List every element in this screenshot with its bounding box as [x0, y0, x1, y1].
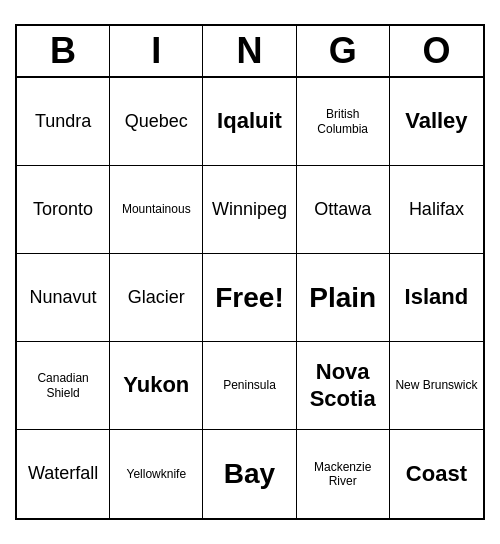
bingo-cell: Quebec: [110, 78, 203, 166]
bingo-cell: British Columbia: [297, 78, 390, 166]
bingo-header: BINGO: [17, 26, 483, 78]
header-letter: I: [110, 26, 203, 76]
header-letter: G: [297, 26, 390, 76]
bingo-cell: Peninsula: [203, 342, 296, 430]
cell-label: Coast: [406, 461, 467, 487]
cell-label: Bay: [224, 457, 275, 491]
bingo-cell: Yukon: [110, 342, 203, 430]
bingo-cell: Toronto: [17, 166, 110, 254]
cell-label: New Brunswick: [395, 378, 477, 392]
bingo-cell: Island: [390, 254, 483, 342]
bingo-cell: Yellowknife: [110, 430, 203, 518]
bingo-cell: Winnipeg: [203, 166, 296, 254]
bingo-cell: Iqaluit: [203, 78, 296, 166]
cell-label: Iqaluit: [217, 108, 282, 134]
bingo-cell: Canadian Shield: [17, 342, 110, 430]
header-letter: B: [17, 26, 110, 76]
cell-label: Halifax: [409, 199, 464, 221]
bingo-cell: Mountainous: [110, 166, 203, 254]
cell-label: Free!: [215, 281, 283, 315]
bingo-cell: Halifax: [390, 166, 483, 254]
bingo-cell: Nova Scotia: [297, 342, 390, 430]
bingo-cell: Tundra: [17, 78, 110, 166]
cell-label: Waterfall: [28, 463, 98, 485]
bingo-card: BINGO TundraQuebecIqaluitBritish Columbi…: [15, 24, 485, 520]
cell-label: Canadian Shield: [21, 371, 105, 400]
cell-label: Yellowknife: [126, 467, 186, 481]
cell-label: Island: [405, 284, 469, 310]
cell-label: Ottawa: [314, 199, 371, 221]
bingo-cell: Ottawa: [297, 166, 390, 254]
bingo-cell: Valley: [390, 78, 483, 166]
bingo-cell: Nunavut: [17, 254, 110, 342]
bingo-cell: Coast: [390, 430, 483, 518]
bingo-cell: Plain: [297, 254, 390, 342]
cell-label: Quebec: [125, 111, 188, 133]
cell-label: Tundra: [35, 111, 91, 133]
cell-label: Toronto: [33, 199, 93, 221]
bingo-grid: TundraQuebecIqaluitBritish ColumbiaValle…: [17, 78, 483, 518]
cell-label: Nunavut: [30, 287, 97, 309]
bingo-cell: Free!: [203, 254, 296, 342]
cell-label: Plain: [309, 281, 376, 315]
cell-label: Peninsula: [223, 378, 276, 392]
cell-label: British Columbia: [301, 107, 385, 136]
bingo-cell: New Brunswick: [390, 342, 483, 430]
header-letter: O: [390, 26, 483, 76]
bingo-cell: Mackenzie River: [297, 430, 390, 518]
cell-label: Yukon: [123, 372, 189, 398]
cell-label: Mackenzie River: [301, 460, 385, 489]
header-letter: N: [203, 26, 296, 76]
bingo-cell: Glacier: [110, 254, 203, 342]
bingo-cell: Bay: [203, 430, 296, 518]
bingo-cell: Waterfall: [17, 430, 110, 518]
cell-label: Valley: [405, 108, 467, 134]
cell-label: Glacier: [128, 287, 185, 309]
cell-label: Mountainous: [122, 202, 191, 216]
cell-label: Nova Scotia: [301, 359, 385, 412]
cell-label: Winnipeg: [212, 199, 287, 221]
